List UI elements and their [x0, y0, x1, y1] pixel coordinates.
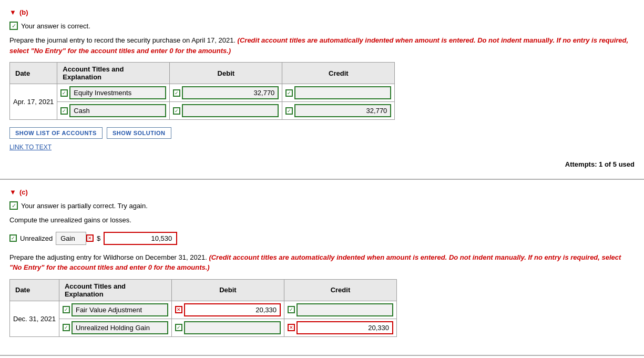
- account2-input-c[interactable]: [71, 321, 168, 334]
- col-credit-c: Credit: [284, 279, 396, 301]
- date-cell-b: Apr. 17, 2021: [10, 84, 57, 120]
- buttons-row-b: SHOW LIST OF ACCOUNTS SHOW SOLUTION: [9, 127, 635, 139]
- date-cell-c: Dec. 31, 2021: [10, 301, 59, 336]
- account1-cell-b: ✓: [57, 84, 170, 102]
- account2-input-b[interactable]: [69, 104, 166, 117]
- table-row-b1: Apr. 17, 2021 ✓ ✓ ✓: [10, 84, 395, 102]
- unrealized-label-c: Unrealized: [20, 234, 53, 242]
- partial-check-c: ✓: [9, 201, 18, 210]
- instruction-b: Prepare the journal entry to record the …: [9, 35, 635, 56]
- col-account-c: Account Titles and Explanation: [59, 279, 171, 301]
- instruction-c: Prepare the adjusting entry for Wildhors…: [9, 252, 635, 273]
- check-debit2-b: ✓: [173, 107, 180, 115]
- section-b-header: ▼ (b): [9, 8, 635, 16]
- col-debit-c: Debit: [171, 279, 284, 301]
- show-list-button-b[interactable]: SHOW LIST OF ACCOUNTS: [9, 127, 103, 139]
- credit2-cell-c: ✕: [284, 319, 396, 336]
- debit2-cell-b: ✓: [170, 102, 282, 120]
- gain-select-c[interactable]: Gain: [56, 232, 86, 245]
- table-row-b2: ✓ ✓ ✓: [10, 102, 395, 120]
- correct-text-b: Your answer is correct.: [21, 22, 90, 30]
- gain-check-c: ✓: [9, 234, 17, 242]
- dollar-c: $: [97, 234, 100, 242]
- account1-input-c[interactable]: [71, 303, 168, 316]
- check-credit1-c: ✓: [288, 306, 295, 313]
- account2-cell-c: ✓: [59, 319, 171, 336]
- col-account-b: Account Titles and Explanation: [57, 63, 170, 84]
- correct-row-b: ✓ Your answer is correct.: [9, 22, 635, 30]
- check-credit2-red-c: ✕: [288, 324, 295, 331]
- compute-instruction-c: Compute the unrealized gains or losses.: [9, 215, 635, 226]
- instruction-b-plain: Prepare the journal entry to record the …: [9, 36, 236, 44]
- account2-cell-b: ✓: [57, 102, 170, 120]
- journal-table-b: Date Account Titles and Explanation Debi…: [9, 62, 395, 120]
- section-b-label: (b): [19, 8, 28, 16]
- arrow-c-icon[interactable]: ▼: [9, 188, 16, 196]
- col-credit-b: Credit: [282, 63, 395, 84]
- check-account1-c: ✓: [63, 306, 70, 313]
- col-debit-b: Debit: [170, 63, 282, 84]
- check-account1-b: ✓: [60, 89, 68, 97]
- link-to-text-b[interactable]: LINK TO TEXT: [9, 144, 52, 151]
- col-date-c: Date: [10, 279, 59, 301]
- debit1-input-c[interactable]: [184, 303, 281, 316]
- account1-cell-c: ✓: [59, 301, 171, 319]
- check-credit2-b: ✓: [285, 107, 293, 115]
- table-row-c1: Dec. 31, 2021 ✓ ✕ ✓: [10, 301, 397, 319]
- check-account2-b: ✓: [60, 107, 68, 115]
- check-debit1-red-c: ✕: [175, 306, 182, 313]
- section-c: ▼ (c) ✓ Your answer is partially correct…: [0, 180, 644, 356]
- debit2-cell-c: ✓: [171, 319, 284, 336]
- debit1-input-b[interactable]: [182, 86, 279, 99]
- section-c-header: ▼ (c): [9, 188, 635, 196]
- credit2-input-c[interactable]: [297, 321, 393, 334]
- section-c-label: (c): [19, 188, 28, 196]
- debit2-input-c[interactable]: [184, 321, 281, 334]
- check-debit1-b: ✓: [173, 89, 180, 97]
- debit2-input-b[interactable]: [182, 104, 279, 117]
- debit1-cell-b: ✓: [170, 84, 282, 102]
- attempts-b: Attempts: 1 of 5 used: [9, 160, 635, 168]
- account1-input-b[interactable]: [69, 86, 166, 99]
- partial-text-c: Your answer is partially correct. Try ag…: [21, 202, 148, 210]
- arrow-b-icon[interactable]: ▼: [9, 8, 16, 16]
- gain-select-wrapper-c: Gain ▼: [56, 232, 83, 245]
- instruction-c-plain: Prepare the adjusting entry for Wildhors…: [9, 253, 207, 261]
- show-solution-button-b[interactable]: SHOW SOLUTION: [107, 127, 171, 139]
- section-b: ▼ (b) ✓ Your answer is correct. Prepare …: [0, 0, 644, 180]
- credit1-cell-b: ✓: [282, 84, 395, 102]
- credit2-cell-b: ✓: [282, 102, 395, 120]
- credit1-cell-c: ✓: [284, 301, 396, 319]
- debit1-cell-c: ✕: [171, 301, 284, 319]
- col-date-b: Date: [10, 63, 57, 84]
- check-account2-c: ✓: [63, 324, 70, 331]
- check-amount-red-c: ✕: [86, 234, 94, 242]
- credit1-input-b[interactable]: [294, 86, 391, 99]
- journal-table-c: Date Account Titles and Explanation Debi…: [9, 279, 397, 337]
- unrealized-row-c: ✓ Unrealized Gain ▼ ✕ $: [9, 232, 635, 245]
- correct-check-b: ✓: [9, 22, 18, 30]
- table-row-c2: ✓ ✓ ✕: [10, 319, 397, 336]
- check-debit2-c: ✓: [175, 324, 182, 331]
- amount-input-c[interactable]: [104, 232, 177, 245]
- partial-correct-row-c: ✓ Your answer is partially correct. Try …: [9, 201, 635, 210]
- check-credit1-b: ✓: [285, 89, 293, 97]
- credit2-input-b[interactable]: [294, 104, 391, 117]
- credit1-input-c[interactable]: [297, 303, 393, 316]
